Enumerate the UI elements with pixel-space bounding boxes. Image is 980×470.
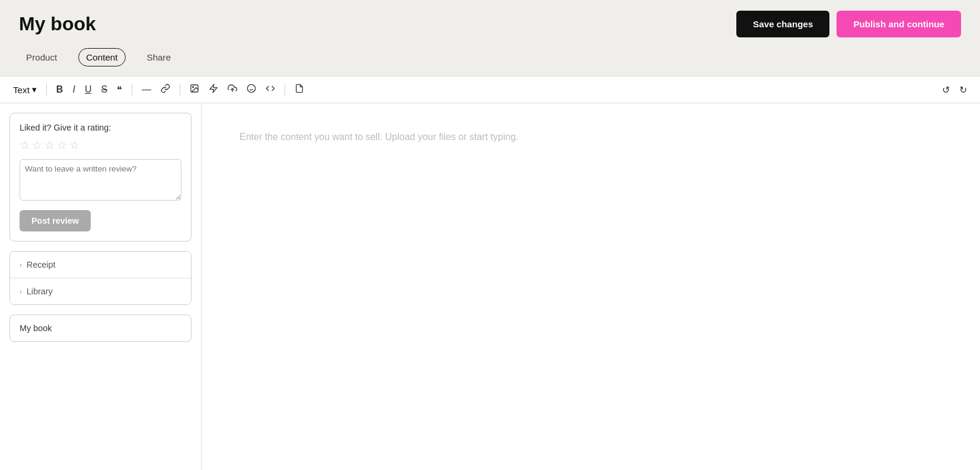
emoji-button[interactable] bbox=[243, 81, 260, 98]
toolbar-divider-1 bbox=[46, 84, 47, 96]
redo-button[interactable]: ↻ bbox=[956, 82, 971, 98]
toolbar: Text ▾ B I U S ❝ — bbox=[0, 76, 980, 103]
quote-icon: ❝ bbox=[117, 84, 122, 96]
hr-icon: — bbox=[142, 84, 151, 95]
star-1[interactable]: ☆ bbox=[20, 138, 30, 152]
header-actions: Save changes Publish and continue bbox=[736, 11, 961, 37]
review-textarea[interactable] bbox=[20, 159, 181, 201]
accordion-item-receipt[interactable]: › Receipt bbox=[10, 252, 191, 278]
image-icon bbox=[190, 84, 199, 96]
accordion-label-receipt: Receipt bbox=[27, 260, 56, 269]
left-panel: Liked it? Give it a rating: ☆ ☆ ☆ ☆ ☆ Po… bbox=[0, 103, 202, 470]
code-icon bbox=[266, 84, 275, 96]
bold-button[interactable]: B bbox=[53, 82, 67, 97]
star-rating[interactable]: ☆ ☆ ☆ ☆ ☆ bbox=[20, 138, 181, 152]
star-5[interactable]: ☆ bbox=[69, 138, 79, 152]
file-icon bbox=[295, 84, 304, 96]
blockquote-button[interactable]: ❝ bbox=[113, 82, 126, 98]
chevron-down-icon: ▾ bbox=[32, 84, 37, 95]
strikethrough-button[interactable]: S bbox=[97, 82, 111, 97]
book-section: My book bbox=[9, 315, 191, 342]
editor-placeholder: Enter the content you want to sell. Uplo… bbox=[240, 132, 518, 142]
tab-content[interactable]: Content bbox=[78, 48, 125, 66]
italic-icon: I bbox=[72, 84, 75, 95]
link-icon bbox=[161, 84, 170, 96]
text-style-label: Text bbox=[13, 85, 30, 95]
star-2[interactable]: ☆ bbox=[32, 138, 42, 152]
emoji-icon bbox=[247, 84, 256, 96]
accordion: › Receipt › Library bbox=[9, 251, 191, 305]
accordion-label-library: Library bbox=[27, 287, 53, 296]
svg-marker-2 bbox=[210, 84, 217, 92]
tab-share[interactable]: Share bbox=[140, 49, 178, 66]
toolbar-divider-3 bbox=[180, 84, 180, 96]
chevron-right-icon-2: › bbox=[20, 288, 22, 295]
strikethrough-icon: S bbox=[101, 84, 107, 95]
review-title: Liked it? Give it a rating: bbox=[20, 123, 181, 132]
undo-redo-group: ↺ ↻ bbox=[938, 82, 971, 98]
underline-icon: U bbox=[85, 84, 92, 95]
undo-icon: ↺ bbox=[942, 84, 950, 96]
tab-product[interactable]: Product bbox=[19, 49, 64, 66]
upload-button[interactable] bbox=[224, 81, 241, 98]
chevron-right-icon: › bbox=[20, 261, 22, 268]
star-3[interactable]: ☆ bbox=[44, 138, 55, 152]
undo-button[interactable]: ↺ bbox=[938, 82, 953, 98]
toolbar-divider-2 bbox=[132, 84, 132, 96]
header: My book Save changes Publish and continu… bbox=[0, 0, 980, 48]
book-section-label: My book bbox=[20, 323, 52, 333]
nav-tabs: Product Content Share bbox=[0, 48, 980, 76]
ai-icon bbox=[209, 84, 218, 96]
toolbar-divider-4 bbox=[285, 84, 285, 96]
publish-continue-button[interactable]: Publish and continue bbox=[837, 11, 961, 37]
editor-area[interactable]: Enter the content you want to sell. Uplo… bbox=[202, 103, 980, 470]
post-review-button[interactable]: Post review bbox=[20, 210, 91, 231]
star-4[interactable]: ☆ bbox=[57, 138, 67, 152]
save-changes-button[interactable]: Save changes bbox=[736, 11, 829, 37]
review-widget: Liked it? Give it a rating: ☆ ☆ ☆ ☆ ☆ Po… bbox=[9, 113, 191, 242]
horizontal-rule-button[interactable]: — bbox=[138, 82, 155, 97]
page-title: My book bbox=[19, 13, 96, 35]
italic-button[interactable]: I bbox=[69, 82, 78, 97]
ai-button[interactable] bbox=[205, 81, 222, 98]
main-content: Liked it? Give it a rating: ☆ ☆ ☆ ☆ ☆ Po… bbox=[0, 103, 980, 470]
code-button[interactable] bbox=[262, 81, 279, 98]
svg-point-4 bbox=[247, 84, 255, 92]
link-button[interactable] bbox=[157, 81, 174, 98]
underline-button[interactable]: U bbox=[81, 82, 95, 97]
image-button[interactable] bbox=[186, 81, 203, 98]
upload-icon bbox=[228, 84, 237, 96]
bold-icon: B bbox=[56, 84, 63, 95]
text-style-dropdown[interactable]: Text ▾ bbox=[9, 82, 40, 97]
file-button[interactable] bbox=[291, 81, 308, 98]
svg-point-1 bbox=[193, 87, 194, 88]
accordion-item-library[interactable]: › Library bbox=[10, 278, 191, 304]
redo-icon: ↻ bbox=[959, 84, 967, 96]
